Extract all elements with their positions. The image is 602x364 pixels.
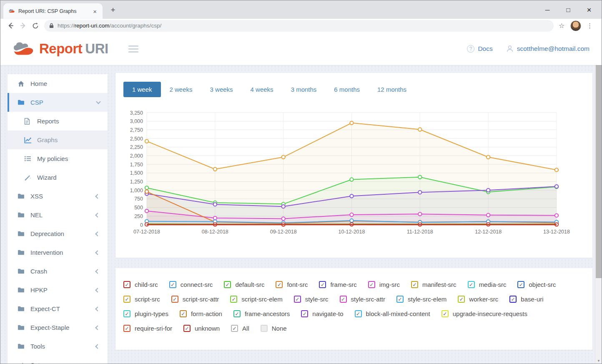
svg-text:2,750: 2,750 [130, 127, 143, 133]
report-uri-logo[interactable]: ReportURI [13, 41, 108, 57]
legend-row: ✓script-src✓script-src-attr✓script-src-e… [123, 292, 592, 306]
scrollbar-down-icon[interactable]: ▼ [595, 359, 602, 363]
sidebar-item-home[interactable]: Home [8, 74, 108, 93]
legend-checkbox-connect-src[interactable]: ✓connect-src [169, 281, 213, 288]
legend-checkbox-require-sri-for[interactable]: ✓require-sri-for [123, 325, 172, 332]
legend-checkbox-manifest-src[interactable]: ✓manifest-src [411, 281, 457, 288]
legend-checkbox-base-uri[interactable]: ✓base-uri [509, 296, 543, 303]
forward-button[interactable] [17, 20, 29, 31]
tab-close-icon[interactable]: × [91, 8, 98, 15]
svg-text:1,000: 1,000 [130, 188, 143, 193]
legend-row: ✓require-sri-for✓unknown✓AllNone [123, 321, 592, 336]
new-tab-button[interactable]: + [108, 5, 118, 15]
browser-menu-icon[interactable]: ⋮ [587, 22, 593, 30]
period-tab-2-weeks[interactable]: 2 weeks [161, 82, 201, 97]
legend-checkbox-media-src[interactable]: ✓media-src [468, 281, 507, 288]
legend-checkbox-frame-src[interactable]: ✓frame-src [319, 281, 356, 288]
legend-checkbox-navigate-to[interactable]: ✓navigate-to [301, 310, 343, 317]
legend-checkbox-style-src-attr[interactable]: ✓style-src-attr [340, 296, 386, 303]
legend-checkbox-style-src-elem[interactable]: ✓style-src-elem [396, 296, 446, 303]
sidebar-item-graphs[interactable]: Graphs [8, 131, 108, 149]
list-icon [24, 156, 32, 162]
sidebar-item-intervention[interactable]: Intervention [8, 243, 108, 262]
sidebar-item-expect-staple[interactable]: Expect-Staple [8, 318, 108, 337]
sidebar-item-wizard[interactable]: Wizard [8, 168, 108, 187]
checkbox-checked-icon: ✓ [180, 310, 187, 317]
window-minimize-button[interactable]: ─ [537, 6, 558, 13]
legend-checkbox-script-src-attr[interactable]: ✓script-src-attr [171, 296, 219, 303]
legend-checkbox-worker-src[interactable]: ✓worker-src [458, 296, 498, 303]
period-tab-6-months[interactable]: 6 months [325, 82, 369, 97]
svg-text:12-12-2018: 12-12-2018 [475, 229, 502, 235]
sidebar-item-crash[interactable]: Crash [8, 262, 108, 281]
legend-checkbox-upgrade-insecure-requests[interactable]: ✓upgrade-insecure-requests [441, 310, 527, 317]
period-tab-1-week[interactable]: 1 week [123, 82, 161, 97]
legend-checkbox-unknown[interactable]: ✓unknown [183, 325, 220, 332]
sidebar-item-csp[interactable]: CSP [8, 93, 108, 112]
legend-checkbox-script-src[interactable]: ✓script-src [123, 296, 160, 303]
legend-checkbox-child-src[interactable]: ✓child-src [123, 281, 158, 288]
folder-icon [18, 324, 25, 331]
chevron-left-icon [95, 306, 100, 311]
legend-label: img-src [379, 281, 400, 288]
legend-checkbox-all[interactable]: ✓All [231, 325, 249, 332]
checkbox-checked-icon: ✓ [294, 296, 301, 303]
legend-checkbox-font-src[interactable]: ✓font-src [276, 281, 308, 288]
period-tab-12-months[interactable]: 12 months [369, 82, 415, 97]
refresh-button[interactable] [29, 20, 42, 31]
legend-label: manifest-src [422, 281, 457, 288]
bookmark-star-icon[interactable]: ☆ [559, 22, 564, 30]
legend-checkbox-block-all-mixed-content[interactable]: ✓block-all-mixed-content [355, 310, 430, 317]
period-tab-3-months[interactable]: 3 months [282, 82, 326, 97]
svg-text:2,250: 2,250 [130, 144, 143, 150]
legend-label: default-src [235, 281, 264, 288]
legend-checkbox-style-src[interactable]: ✓style-src [294, 296, 329, 303]
sidebar-item-deprecation[interactable]: Deprecation [8, 224, 108, 243]
browser-tab[interactable]: Report URI: CSP Graphs × [3, 3, 103, 19]
legend-checkbox-none[interactable]: None [261, 325, 287, 332]
checkbox-checked-icon: ✓ [123, 296, 130, 303]
page-scrollbar[interactable]: ▲ ▼ [595, 33, 602, 364]
svg-text:07-12-2018: 07-12-2018 [133, 229, 160, 235]
sidebar-item-reports[interactable]: Reports [8, 112, 108, 131]
back-button[interactable] [4, 20, 17, 31]
docs-link[interactable]: ? Docs [467, 45, 492, 53]
legend-label: child-src [135, 281, 158, 288]
window-maximize-button[interactable]: □ [558, 6, 579, 13]
window-close-button[interactable]: × [579, 5, 599, 15]
sidebar-item-hpkp[interactable]: HPKP [8, 281, 108, 299]
legend-checkbox-form-action[interactable]: ✓form-action [180, 310, 222, 317]
legend-checkbox-script-src-elem[interactable]: ✓script-src-elem [230, 296, 282, 303]
sidebar-item-xss[interactable]: XSS [8, 187, 108, 206]
svg-text:250: 250 [134, 213, 143, 219]
help-icon: ? [467, 45, 474, 53]
legend-checkbox-object-src[interactable]: ✓object-src [517, 281, 556, 288]
profile-avatar[interactable] [570, 20, 581, 31]
period-tab-3-weeks[interactable]: 3 weeks [201, 82, 242, 97]
legend-checkbox-frame-ancestors[interactable]: ✓frame-ancestors [233, 310, 290, 317]
svg-text:500: 500 [134, 205, 143, 211]
sidebar-item-label: Expect-Staple [30, 324, 96, 331]
url-bar[interactable]: https://report-uri.com/account/graphs/cs… [44, 20, 554, 32]
chevron-left-icon [95, 344, 100, 349]
account-link[interactable]: scotthelme@hotmail.com [506, 45, 589, 53]
period-tab-4-weeks[interactable]: 4 weeks [242, 82, 282, 97]
sidebar-item-nel[interactable]: NEL [8, 206, 108, 224]
favicon-cloud-icon [8, 8, 15, 15]
scrollbar-thumb[interactable] [596, 39, 602, 278]
folder-icon [18, 231, 25, 237]
sidebar-item-my-policies[interactable]: My policies [8, 149, 108, 168]
sidebar-item-label: Graphs [37, 136, 100, 143]
svg-text:2,000: 2,000 [130, 153, 143, 159]
legend-checkbox-img-src[interactable]: ✓img-src [368, 281, 400, 288]
chevron-left-icon [95, 288, 100, 292]
chevron-left-icon [95, 231, 100, 236]
sidebar-item-expect-ct[interactable]: Expect-CT [8, 299, 108, 318]
hamburger-menu-icon[interactable] [128, 45, 138, 53]
legend-checkbox-default-src[interactable]: ✓default-src [224, 281, 264, 288]
legend-checkbox-plugin-types[interactable]: ✓plugin-types [123, 310, 168, 317]
sidebar-item-setup[interactable]: Setup [8, 356, 108, 364]
chevron-left-icon [95, 269, 100, 274]
sidebar-item-tools[interactable]: Tools [8, 337, 108, 356]
chevron-left-icon [95, 325, 100, 330]
